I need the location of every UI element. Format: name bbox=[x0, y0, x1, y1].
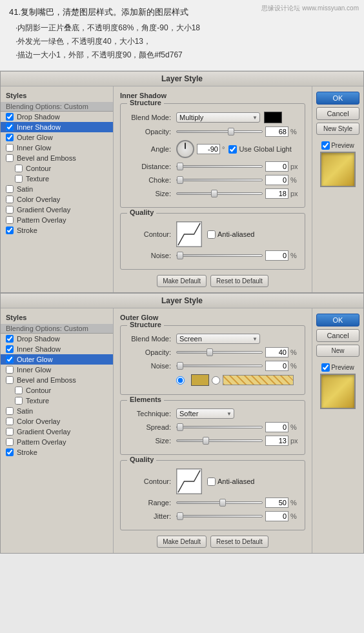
blend-mode-dropdown-wrapper-2[interactable]: Screen bbox=[176, 334, 260, 344]
technique-select-2[interactable]: Softer bbox=[176, 408, 234, 419]
noise-value-1[interactable] bbox=[265, 250, 288, 261]
bevel-emboss-checkbox-2[interactable] bbox=[6, 376, 14, 384]
preview-checkbox-1[interactable] bbox=[321, 141, 330, 150]
contour-checkbox-2[interactable] bbox=[15, 387, 23, 394]
satin-checkbox-1[interactable] bbox=[6, 185, 14, 193]
new-style-button-1[interactable]: New Style bbox=[316, 123, 359, 135]
gradient-overlay-checkbox-1[interactable] bbox=[6, 206, 14, 214]
outer-glow-checkbox-2[interactable] bbox=[6, 356, 14, 363]
opacity-value-2[interactable] bbox=[265, 347, 288, 357]
range-slider-2[interactable]: % bbox=[176, 497, 299, 508]
style-item-contour-1[interactable]: Contour bbox=[1, 163, 113, 174]
size-value-1[interactable] bbox=[265, 188, 288, 199]
new-style-button-2[interactable]: New bbox=[316, 345, 359, 357]
stroke-checkbox-2[interactable] bbox=[6, 448, 14, 456]
anti-aliased-checkbox-2[interactable] bbox=[207, 477, 216, 486]
make-default-btn-1[interactable]: Make Default bbox=[157, 275, 207, 287]
reset-default-btn-2[interactable]: Reset to Default bbox=[210, 536, 268, 548]
style-item-inner-shadow-2[interactable]: Inner Shadow bbox=[1, 344, 113, 354]
angle-input-1[interactable] bbox=[197, 144, 220, 154]
color-overlay-checkbox-2[interactable] bbox=[6, 417, 14, 425]
make-default-btn-2[interactable]: Make Default bbox=[157, 536, 207, 548]
style-item-gradient-overlay-1[interactable]: Gradient Overlay bbox=[1, 205, 113, 215]
contour-preview-1[interactable] bbox=[176, 221, 202, 247]
inner-glow-checkbox-2[interactable] bbox=[6, 366, 14, 374]
inner-glow-checkbox-1[interactable] bbox=[6, 144, 14, 152]
choke-slider-1[interactable]: % bbox=[176, 175, 299, 185]
noise-slider-1[interactable]: % bbox=[176, 250, 299, 261]
style-item-drop-shadow-2[interactable]: Drop Shadow bbox=[1, 334, 113, 344]
style-item-inner-glow-1[interactable]: Inner Glow bbox=[1, 143, 113, 153]
size-value-2[interactable] bbox=[265, 436, 288, 446]
contour-preview-2[interactable] bbox=[176, 468, 202, 494]
color-overlay-checkbox-1[interactable] bbox=[6, 196, 14, 203]
blend-mode-select-1[interactable]: Multiply bbox=[176, 112, 260, 123]
style-item-outer-glow-2[interactable]: Outer Glow bbox=[1, 354, 113, 365]
style-item-stroke-2[interactable]: Stroke bbox=[1, 447, 113, 457]
satin-checkbox-2[interactable] bbox=[6, 407, 14, 415]
style-item-pattern-overlay-1[interactable]: Pattern Overlay bbox=[1, 215, 113, 225]
blend-mode-color-swatch-1[interactable] bbox=[264, 112, 282, 123]
stroke-checkbox-1[interactable] bbox=[6, 226, 14, 234]
cancel-button-2[interactable]: Cancel bbox=[316, 329, 359, 342]
solid-color-radio-2[interactable] bbox=[176, 376, 185, 385]
global-light-checkbox-1[interactable] bbox=[228, 145, 237, 154]
style-item-inner-shadow-1[interactable]: Inner Shadow bbox=[1, 122, 113, 132]
style-item-stroke-1[interactable]: Stroke bbox=[1, 225, 113, 236]
ok-button-1[interactable]: OK bbox=[316, 92, 359, 105]
color-swatch-2[interactable] bbox=[191, 374, 209, 386]
contour-checkbox-1[interactable] bbox=[15, 165, 23, 172]
spread-slider-2[interactable]: % bbox=[176, 422, 299, 432]
inner-shadow-checkbox-2[interactable] bbox=[6, 345, 14, 353]
spread-value-2[interactable] bbox=[265, 422, 288, 432]
gradient-overlay-checkbox-2[interactable] bbox=[6, 428, 14, 436]
color-type-group-2[interactable] bbox=[176, 374, 294, 386]
style-item-texture-1[interactable]: Texture bbox=[1, 174, 113, 184]
style-item-drop-shadow-1[interactable]: Drop Shadow bbox=[1, 112, 113, 122]
size-slider-1[interactable]: px bbox=[176, 188, 299, 199]
pattern-overlay-checkbox-2[interactable] bbox=[6, 438, 14, 446]
gradient-radio-2[interactable] bbox=[212, 376, 220, 385]
noise-value-2[interactable] bbox=[265, 361, 288, 371]
style-item-satin-2[interactable]: Satin bbox=[1, 406, 113, 416]
preview-checkbox-2[interactable] bbox=[321, 363, 330, 372]
distance-slider-1[interactable]: px bbox=[176, 161, 299, 172]
cancel-button-1[interactable]: Cancel bbox=[316, 107, 359, 120]
jitter-value-2[interactable] bbox=[265, 511, 288, 521]
opacity-value-1[interactable] bbox=[265, 126, 288, 137]
style-item-bevel-emboss-2[interactable]: Bevel and Emboss bbox=[1, 375, 113, 385]
blend-mode-select-2[interactable]: Screen bbox=[176, 334, 260, 344]
style-item-inner-glow-2[interactable]: Inner Glow bbox=[1, 365, 113, 375]
style-item-color-overlay-2[interactable]: Color Overlay bbox=[1, 416, 113, 427]
style-item-bevel-emboss-1[interactable]: Bevel and Emboss bbox=[1, 153, 113, 163]
style-item-contour-2[interactable]: Contour bbox=[1, 385, 113, 396]
drop-shadow-checkbox-2[interactable] bbox=[6, 335, 14, 343]
size-slider-2[interactable]: px bbox=[176, 436, 299, 446]
blending-options-1[interactable]: Blending Options: Custom bbox=[1, 102, 113, 112]
drop-shadow-checkbox-1[interactable] bbox=[6, 113, 14, 121]
distance-value-1[interactable] bbox=[265, 161, 288, 172]
style-item-texture-2[interactable]: Texture bbox=[1, 396, 113, 406]
jitter-slider-2[interactable]: % bbox=[176, 511, 299, 521]
style-item-gradient-overlay-2[interactable]: Gradient Overlay bbox=[1, 427, 113, 437]
bevel-emboss-checkbox-1[interactable] bbox=[6, 154, 14, 162]
style-item-satin-1[interactable]: Satin bbox=[1, 184, 113, 194]
ok-button-2[interactable]: OK bbox=[316, 314, 359, 327]
blend-mode-dropdown-wrapper-1[interactable]: Multiply bbox=[176, 112, 260, 123]
reset-default-btn-1[interactable]: Reset to Default bbox=[210, 275, 268, 287]
outer-glow-checkbox-1[interactable] bbox=[6, 134, 14, 141]
pattern-overlay-checkbox-1[interactable] bbox=[6, 216, 14, 224]
style-item-outer-glow-1[interactable]: Outer Glow bbox=[1, 132, 113, 143]
anti-aliased-checkbox-1[interactable] bbox=[207, 230, 216, 239]
range-value-2[interactable] bbox=[265, 497, 288, 508]
style-item-pattern-overlay-2[interactable]: Pattern Overlay bbox=[1, 437, 113, 447]
gradient-preview-2[interactable] bbox=[223, 375, 294, 385]
noise-slider-2[interactable]: % bbox=[176, 361, 299, 371]
angle-dial-1[interactable] bbox=[176, 140, 194, 158]
blending-options-2[interactable]: Blending Options: Custom bbox=[1, 324, 113, 334]
opacity-slider-2[interactable]: % bbox=[176, 347, 299, 357]
inner-shadow-checkbox-1[interactable] bbox=[6, 123, 14, 131]
choke-value-1[interactable] bbox=[265, 175, 288, 185]
opacity-slider-1[interactable]: % bbox=[176, 126, 299, 137]
texture-checkbox-1[interactable] bbox=[15, 175, 23, 183]
